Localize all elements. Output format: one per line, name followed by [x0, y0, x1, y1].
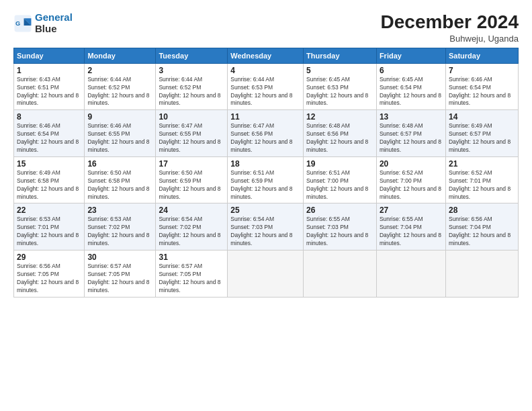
day-number: 16 [87, 159, 152, 169]
weekday-header-thursday: Thursday [304, 48, 377, 63]
day-cell: 21 Sunrise: 6:52 AMSunset: 7:01 PMDaylig… [445, 156, 518, 203]
day-number: 2 [87, 66, 152, 75]
day-cell: 29 Sunrise: 6:56 AMSunset: 7:05 PMDaylig… [14, 250, 85, 298]
day-number: 14 [449, 112, 515, 122]
day-detail: Sunrise: 6:54 AMSunset: 7:02 PMDaylight:… [159, 216, 224, 248]
day-cell: 9 Sunrise: 6:46 AMSunset: 6:55 PMDayligh… [85, 110, 156, 157]
day-cell: 3 Sunrise: 6:44 AMSunset: 6:52 PMDayligh… [156, 63, 228, 110]
day-number: 13 [380, 112, 443, 122]
day-detail: Sunrise: 6:50 AMSunset: 6:59 PMDaylight:… [159, 169, 224, 201]
day-cell: 12 Sunrise: 6:48 AMSunset: 6:56 PMDaylig… [304, 110, 377, 157]
day-number: 18 [230, 159, 300, 169]
day-detail: Sunrise: 6:45 AMSunset: 6:54 PMDaylight:… [380, 76, 443, 108]
day-number: 26 [306, 205, 373, 215]
day-number: 8 [17, 112, 81, 122]
day-cell: 2 Sunrise: 6:44 AMSunset: 6:52 PMDayligh… [85, 63, 156, 110]
day-detail: Sunrise: 6:55 AMSunset: 7:03 PMDaylight:… [306, 216, 373, 248]
day-cell: 6 Sunrise: 6:45 AMSunset: 6:54 PMDayligh… [376, 63, 445, 110]
day-number: 7 [449, 66, 515, 75]
day-number: 22 [17, 205, 81, 215]
title-block: December 2024 Buhweju, Uganda [381, 12, 519, 44]
day-number: 30 [87, 253, 152, 262]
day-detail: Sunrise: 6:43 AMSunset: 6:51 PMDaylight:… [17, 76, 81, 108]
weekday-header-tuesday: Tuesday [156, 48, 228, 63]
weekday-header-saturday: Saturday [445, 48, 518, 63]
day-number: 29 [17, 253, 81, 262]
header: G GeneralBlue December 2024 Buhweju, Uga… [13, 12, 519, 44]
day-cell: 22 Sunrise: 6:53 AMSunset: 7:01 PMDaylig… [14, 203, 85, 250]
day-number: 25 [230, 205, 300, 215]
day-cell: 14 Sunrise: 6:49 AMSunset: 6:57 PMDaylig… [445, 110, 518, 157]
day-number: 31 [159, 253, 224, 262]
day-number: 5 [306, 66, 373, 75]
week-row-1: 1 Sunrise: 6:43 AMSunset: 6:51 PMDayligh… [14, 63, 519, 110]
day-number: 20 [380, 159, 443, 169]
day-detail: Sunrise: 6:56 AMSunset: 7:05 PMDaylight:… [17, 263, 81, 295]
day-number: 10 [159, 112, 224, 122]
day-cell: 19 Sunrise: 6:51 AMSunset: 7:00 PMDaylig… [304, 156, 377, 203]
location: Buhweju, Uganda [381, 34, 519, 44]
day-detail: Sunrise: 6:52 AMSunset: 7:01 PMDaylight:… [449, 169, 515, 201]
day-number: 21 [449, 159, 515, 169]
day-number: 3 [159, 66, 224, 75]
day-number: 9 [87, 112, 152, 122]
weekday-header-sunday: Sunday [14, 48, 85, 63]
day-detail: Sunrise: 6:53 AMSunset: 7:01 PMDaylight:… [17, 216, 81, 248]
day-detail: Sunrise: 6:54 AMSunset: 7:03 PMDaylight:… [230, 216, 300, 248]
day-cell: 23 Sunrise: 6:53 AMSunset: 7:02 PMDaylig… [85, 203, 156, 250]
logo: G GeneralBlue [13, 12, 73, 34]
day-number: 12 [306, 112, 373, 122]
svg-text:G: G [15, 20, 20, 27]
day-cell: 20 Sunrise: 6:52 AMSunset: 7:00 PMDaylig… [376, 156, 445, 203]
weekday-header-friday: Friday [376, 48, 445, 63]
day-number: 17 [159, 159, 224, 169]
day-number: 27 [380, 205, 443, 215]
day-cell [304, 250, 377, 298]
day-number: 4 [230, 66, 300, 75]
day-detail: Sunrise: 6:55 AMSunset: 7:04 PMDaylight:… [380, 216, 443, 248]
day-detail: Sunrise: 6:46 AMSunset: 6:54 PMDaylight:… [17, 122, 81, 154]
day-detail: Sunrise: 6:51 AMSunset: 6:59 PMDaylight:… [230, 169, 300, 201]
day-cell: 30 Sunrise: 6:57 AMSunset: 7:05 PMDaylig… [85, 250, 156, 298]
day-number: 23 [87, 205, 152, 215]
day-cell: 1 Sunrise: 6:43 AMSunset: 6:51 PMDayligh… [14, 63, 85, 110]
day-cell: 28 Sunrise: 6:56 AMSunset: 7:04 PMDaylig… [445, 203, 518, 250]
day-cell: 27 Sunrise: 6:55 AMSunset: 7:04 PMDaylig… [376, 203, 445, 250]
weekday-header-wednesday: Wednesday [228, 48, 304, 63]
day-number: 15 [17, 159, 81, 169]
month-title: December 2024 [381, 12, 519, 33]
day-detail: Sunrise: 6:50 AMSunset: 6:58 PMDaylight:… [87, 169, 152, 201]
day-number: 11 [230, 112, 300, 122]
logo-icon: G [13, 14, 32, 33]
day-cell: 8 Sunrise: 6:46 AMSunset: 6:54 PMDayligh… [14, 110, 85, 157]
day-detail: Sunrise: 6:48 AMSunset: 6:57 PMDaylight:… [380, 122, 443, 154]
week-row-2: 8 Sunrise: 6:46 AMSunset: 6:54 PMDayligh… [14, 110, 519, 157]
day-cell: 4 Sunrise: 6:44 AMSunset: 6:53 PMDayligh… [228, 63, 304, 110]
day-cell: 17 Sunrise: 6:50 AMSunset: 6:59 PMDaylig… [156, 156, 228, 203]
day-cell: 31 Sunrise: 6:57 AMSunset: 7:05 PMDaylig… [156, 250, 228, 298]
day-cell: 5 Sunrise: 6:45 AMSunset: 6:53 PMDayligh… [304, 63, 377, 110]
week-row-3: 15 Sunrise: 6:49 AMSunset: 6:58 PMDaylig… [14, 156, 519, 203]
day-cell [228, 250, 304, 298]
day-detail: Sunrise: 6:47 AMSunset: 6:56 PMDaylight:… [230, 122, 300, 154]
day-detail: Sunrise: 6:57 AMSunset: 7:05 PMDaylight:… [159, 263, 224, 295]
day-cell: 11 Sunrise: 6:47 AMSunset: 6:56 PMDaylig… [228, 110, 304, 157]
day-detail: Sunrise: 6:46 AMSunset: 6:54 PMDaylight:… [449, 76, 515, 108]
day-cell: 15 Sunrise: 6:49 AMSunset: 6:58 PMDaylig… [14, 156, 85, 203]
day-detail: Sunrise: 6:52 AMSunset: 7:00 PMDaylight:… [380, 169, 443, 201]
day-detail: Sunrise: 6:46 AMSunset: 6:55 PMDaylight:… [87, 122, 152, 154]
day-cell: 13 Sunrise: 6:48 AMSunset: 6:57 PMDaylig… [376, 110, 445, 157]
day-detail: Sunrise: 6:51 AMSunset: 7:00 PMDaylight:… [306, 169, 373, 201]
day-detail: Sunrise: 6:57 AMSunset: 7:05 PMDaylight:… [87, 263, 152, 295]
day-number: 1 [17, 66, 81, 75]
day-cell [376, 250, 445, 298]
day-detail: Sunrise: 6:44 AMSunset: 6:52 PMDaylight:… [87, 76, 152, 108]
day-detail: Sunrise: 6:45 AMSunset: 6:53 PMDaylight:… [306, 76, 373, 108]
week-row-5: 29 Sunrise: 6:56 AMSunset: 7:05 PMDaylig… [14, 250, 519, 298]
weekday-header-row: SundayMondayTuesdayWednesdayThursdayFrid… [14, 48, 519, 63]
day-number: 28 [449, 205, 515, 215]
page: G GeneralBlue December 2024 Buhweju, Uga… [0, 0, 532, 411]
day-number: 6 [380, 66, 443, 75]
day-cell: 7 Sunrise: 6:46 AMSunset: 6:54 PMDayligh… [445, 63, 518, 110]
day-detail: Sunrise: 6:47 AMSunset: 6:55 PMDaylight:… [159, 122, 224, 154]
